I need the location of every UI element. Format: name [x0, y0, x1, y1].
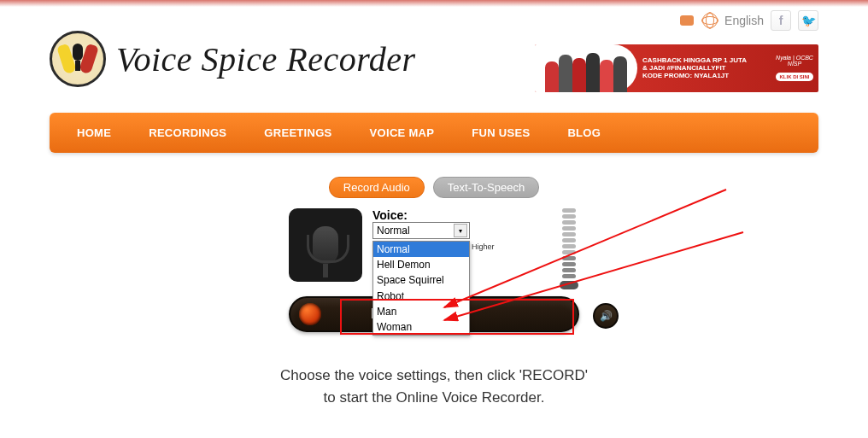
- record-button[interactable]: [299, 303, 321, 325]
- volume-slider[interactable]: [559, 208, 579, 289]
- nav-blog[interactable]: BLOG: [548, 113, 619, 153]
- nav-home[interactable]: HOME: [58, 113, 130, 153]
- ad-side: Nyala | OCBC NISP KLIK DI SINI: [771, 55, 818, 83]
- top-gradient-strip: [0, 0, 868, 7]
- speaker-button[interactable]: 🔊: [593, 303, 619, 329]
- ad-banner[interactable]: CASHBACK HINGGA RP 1 JUTA & JADI #FINANC…: [535, 44, 818, 92]
- ad-cta-button[interactable]: KLIK DI SINI: [776, 73, 812, 81]
- voice-select-value: Normal: [377, 225, 410, 237]
- facebook-icon[interactable]: f: [771, 10, 791, 31]
- voice-option-man[interactable]: Man: [373, 304, 469, 319]
- site-logo[interactable]: [50, 31, 106, 87]
- ad-people-graphic: [535, 44, 637, 92]
- voice-option-woman[interactable]: Woman: [373, 319, 469, 335]
- ad-text: CASHBACK HINGGA RP 1 JUTA & JADI #FINANC…: [637, 54, 771, 84]
- nav-fun-uses[interactable]: FUN USES: [453, 113, 548, 153]
- tab-text-to-speech[interactable]: Text-To-Speech: [433, 177, 539, 198]
- pitch-labels: Higher: [472, 242, 495, 251]
- instructions: Choose the voice settings, then click 'R…: [50, 365, 818, 410]
- voice-dropdown[interactable]: Normal Hell Demon Space Squirrel Robot M…: [372, 241, 470, 336]
- twitter-icon[interactable]: 🐦: [798, 10, 818, 31]
- voice-select[interactable]: Normal ▾: [372, 222, 470, 239]
- pitch-higher-label: Higher: [472, 242, 495, 251]
- chevron-down-icon: ▾: [454, 224, 467, 237]
- voice-option-space-squirrel[interactable]: Space Squirrel: [373, 272, 469, 288]
- voice-option-robot[interactable]: Robot: [373, 289, 469, 304]
- nav-voice-map[interactable]: VOICE MAP: [351, 113, 454, 153]
- microphone-tile: [289, 208, 362, 282]
- voice-option-normal[interactable]: Normal: [373, 242, 469, 257]
- ad-line3: KODE PROMO: NYALA1JT: [642, 72, 765, 79]
- site-title: Voice Spice Recorder: [116, 39, 416, 79]
- instructions-line2: to start the Online Voice Recorder.: [50, 387, 818, 409]
- speech-bubble-icon: [680, 15, 694, 26]
- main-nav: HOME RECORDINGS GREETINGS VOICE MAP FUN …: [50, 113, 818, 153]
- tab-record-audio[interactable]: Record Audio: [329, 177, 425, 198]
- microphone-icon: [73, 44, 83, 61]
- nav-greetings[interactable]: GREETINGS: [245, 113, 350, 153]
- recorder-panel: Voice: Normal ▾ Higher Normal Hell Demon…: [289, 208, 579, 332]
- voice-option-hell-demon[interactable]: Hell Demon: [373, 257, 469, 272]
- voice-label: Voice:: [372, 208, 548, 222]
- volume-knob[interactable]: [560, 281, 578, 289]
- language-selector[interactable]: English: [724, 14, 764, 27]
- globe-icon: [702, 13, 718, 28]
- ad-brand: Nyala | OCBC NISP: [771, 55, 818, 67]
- nav-recordings[interactable]: RECORDINGS: [130, 113, 245, 153]
- ad-line2: & JADI #FINANCIALLYFIT: [642, 65, 765, 73]
- instructions-line1: Choose the voice settings, then click 'R…: [50, 365, 818, 387]
- mode-tabs: Record Audio Text-To-Speech: [50, 177, 818, 198]
- microphone-large-icon: [313, 226, 338, 264]
